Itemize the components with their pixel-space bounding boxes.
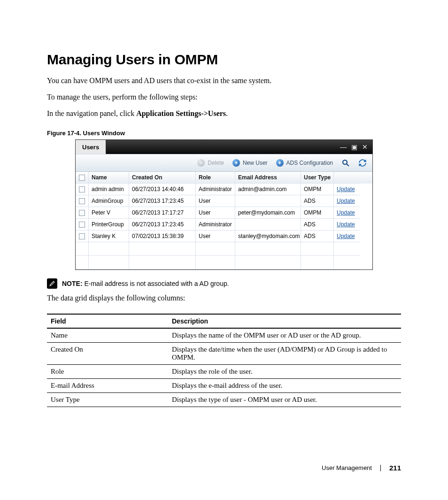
grid-header: Name Created On Role Email Address User …	[76, 172, 372, 184]
cell-email	[235, 219, 301, 231]
footer-section: User Management	[322, 464, 372, 471]
plus-icon: +	[276, 159, 284, 167]
table-row-empty	[76, 256, 372, 269]
footer-divider	[380, 465, 381, 471]
table-row[interactable]: admin admin 06/27/2013 14:40:46 Administ…	[76, 184, 372, 195]
minimize-icon[interactable]: —	[340, 143, 347, 151]
users-window: Users — ▣ ✕ − Delete + New User + ADS Co…	[75, 139, 373, 270]
note-text: NOTE: E-mail address is not associated w…	[62, 280, 229, 287]
minus-icon: −	[197, 159, 205, 167]
cell-created: 06/27/2013 17:23:45	[129, 195, 196, 207]
intro-p3-prefix: In the navigation panel, click	[47, 109, 136, 117]
table-row[interactable]: PrinterGroup 06/27/2013 17:23:45 Adminis…	[76, 219, 372, 231]
table-row[interactable]: Peter V 06/27/2013 17:17:27 User peter@m…	[76, 207, 372, 219]
field-name: Name	[47, 328, 170, 343]
cell-email	[235, 195, 301, 207]
field-row: Role Displays the role of the user.	[47, 365, 401, 379]
maximize-icon[interactable]: ▣	[351, 143, 357, 151]
svg-point-0	[343, 160, 347, 164]
new-user-label: New User	[243, 160, 268, 166]
cell-created: 07/02/2013 15:38:39	[129, 231, 196, 242]
intro-p3: In the navigation panel, click Applicati…	[47, 108, 401, 120]
field-desc: Displays the name of the OMPM user or AD…	[170, 328, 401, 343]
delete-button[interactable]: − Delete	[197, 159, 224, 167]
page-footer: User Management 211	[322, 464, 401, 472]
cell-user-type: ADS	[301, 195, 334, 207]
field-desc: Displays the e-mail address of the user.	[170, 379, 401, 393]
col-name[interactable]: Name	[89, 172, 129, 184]
note-body: E-mail address is not associated with a …	[83, 280, 229, 287]
users-grid: Name Created On Role Email Address User …	[76, 172, 372, 269]
refresh-icon[interactable]	[358, 159, 367, 167]
row-checkbox[interactable]	[76, 219, 89, 231]
cell-name: AdminGroup	[89, 195, 129, 207]
field-description-table: Field Description Name Displays the name…	[47, 314, 401, 407]
cell-user-type: ADS	[301, 219, 334, 231]
page-number: 211	[389, 464, 401, 472]
field-name: E-mail Address	[47, 379, 170, 393]
update-link[interactable]: Update	[334, 195, 360, 207]
note-callout: NOTE: E-mail address is not associated w…	[47, 278, 401, 289]
row-checkbox[interactable]	[76, 184, 89, 195]
cell-role: User	[196, 195, 235, 207]
cell-created: 06/27/2013 17:17:27	[129, 207, 196, 219]
titlebar: Users — ▣ ✕	[76, 140, 372, 154]
th-field: Field	[47, 314, 170, 328]
intro-p2: To manage the users, perform the followi…	[47, 92, 401, 103]
update-link[interactable]: Update	[334, 219, 360, 231]
figure-caption: Figure 17-4. Users Window	[47, 130, 401, 137]
cell-user-type: OMPM	[301, 207, 334, 219]
cell-role: Administrator	[196, 219, 235, 231]
table-row[interactable]: Stanley K 07/02/2013 15:38:39 User stanl…	[76, 231, 372, 242]
note-icon	[47, 278, 57, 289]
new-user-button[interactable]: + New User	[232, 159, 268, 167]
col-email[interactable]: Email Address	[235, 172, 301, 184]
note-label: NOTE:	[62, 280, 83, 287]
page-title: Managing Users in OMPM	[47, 52, 401, 68]
cell-role: Administrator	[196, 184, 235, 195]
field-name: Created On	[47, 343, 170, 365]
col-role[interactable]: Role	[196, 172, 235, 184]
after-note: The data grid displays the following col…	[47, 292, 401, 304]
row-checkbox[interactable]	[76, 195, 89, 207]
svg-line-1	[347, 164, 349, 167]
cell-role: User	[196, 207, 235, 219]
cell-email: peter@mydomain.com	[235, 207, 301, 219]
field-row: E-mail Address Displays the e-mail addre…	[47, 379, 401, 393]
cell-email: admin@admin.com	[235, 184, 301, 195]
cell-email: stanley@mydomain.com	[235, 231, 301, 242]
intro-p3-suffix: .	[226, 109, 228, 117]
row-checkbox[interactable]	[76, 207, 89, 219]
col-action	[334, 172, 360, 184]
intro-p1: You can have OMPM users and AD users tha…	[47, 75, 401, 87]
field-desc: Displays the date/time when the user (AD…	[170, 343, 401, 365]
col-user-type[interactable]: User Type	[301, 172, 334, 184]
cell-name: Stanley K	[89, 231, 129, 242]
update-link[interactable]: Update	[334, 207, 360, 219]
row-checkbox[interactable]	[76, 231, 89, 242]
select-all-checkbox[interactable]	[76, 172, 89, 184]
cell-name: admin admin	[89, 184, 129, 195]
update-link[interactable]: Update	[334, 184, 360, 195]
update-link[interactable]: Update	[334, 231, 360, 242]
close-icon[interactable]: ✕	[362, 143, 368, 151]
ads-config-button[interactable]: + ADS Configuration	[276, 159, 333, 167]
field-desc: Displays the type of user - OMPM user or…	[170, 393, 401, 407]
field-row: User Type Displays the type of user - OM…	[47, 393, 401, 407]
table-row[interactable]: AdminGroup 06/27/2013 17:23:45 User ADS …	[76, 195, 372, 207]
field-name: User Type	[47, 393, 170, 407]
toolbar: − Delete + New User + ADS Configuration	[76, 154, 372, 172]
users-tab[interactable]: Users	[76, 140, 106, 154]
th-desc: Description	[170, 314, 401, 328]
field-row: Created On Displays the date/time when t…	[47, 343, 401, 365]
window-controls: — ▣ ✕	[340, 143, 372, 151]
ads-config-label: ADS Configuration	[286, 160, 333, 166]
cell-user-type: ADS	[301, 231, 334, 242]
intro-p3-strong: Application Settings->Users	[136, 109, 226, 117]
cell-name: Peter V	[89, 207, 129, 219]
search-icon[interactable]	[341, 159, 350, 167]
col-created[interactable]: Created On	[129, 172, 196, 184]
cell-created: 06/27/2013 14:40:46	[129, 184, 196, 195]
table-row-empty	[76, 242, 372, 256]
cell-created: 06/27/2013 17:23:45	[129, 219, 196, 231]
